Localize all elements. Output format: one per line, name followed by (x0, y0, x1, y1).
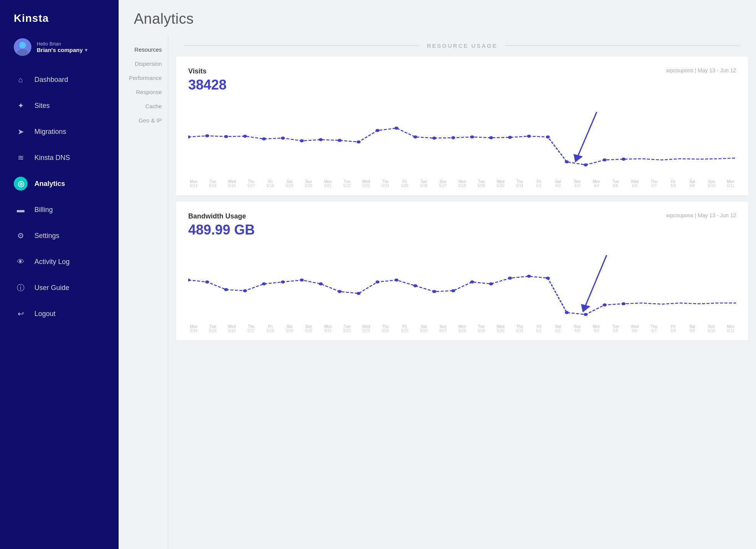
svg-point-31 (243, 289, 247, 292)
svg-point-5 (224, 135, 228, 138)
svg-point-13 (375, 129, 379, 132)
kinsta-dns-icon-wrapper: ≋ (14, 151, 28, 165)
svg-line-52 (584, 255, 607, 309)
svg-point-8 (281, 137, 285, 140)
activity-log-icon-wrapper: 👁 (14, 255, 28, 269)
sidebar-item-logout[interactable]: ↩ Logout (0, 301, 119, 327)
user-info[interactable]: Hello Brian Brian's company ▾ (0, 35, 119, 67)
svg-point-9 (300, 139, 304, 142)
svg-point-25 (603, 158, 606, 161)
label-item: Tue6/5 (610, 179, 621, 188)
chevron-down-icon: ▾ (85, 47, 87, 53)
sidebar-item-activity-log[interactable]: 👁 Activity Log (0, 249, 119, 275)
label-item: Tue5/22 (342, 324, 352, 333)
svg-point-32 (262, 282, 266, 285)
avatar (14, 38, 31, 56)
visits-chart-svg: .chart-line { fill: none; stroke: #4040c… (188, 101, 736, 177)
activity-log-icon: 👁 (17, 257, 24, 266)
dashboard-icon-wrapper: ⌂ (14, 73, 28, 86)
billing-icon-wrapper: ▬ (14, 203, 28, 217)
dashboard-icon: ⌂ (18, 75, 23, 84)
label-item: Sat6/9 (687, 324, 698, 333)
svg-point-50 (603, 303, 606, 306)
svg-point-29 (205, 280, 209, 283)
svg-point-48 (565, 311, 569, 314)
label-item: Tue5/29 (476, 324, 487, 333)
analytics-icon: ◎ (18, 179, 24, 188)
label-item: Sun6/3 (572, 179, 583, 188)
svg-point-1 (19, 42, 26, 49)
label-item: Mon5/21 (323, 179, 333, 188)
label-item: Thu5/31 (514, 179, 525, 188)
sidebar-item-sites[interactable]: ✦ Sites (0, 93, 119, 119)
label-item: Thu5/17 (246, 179, 256, 188)
sidebar-item-settings[interactable]: ⚙ Settings (0, 223, 119, 249)
label-item: Wed5/30 (495, 324, 506, 333)
user-hello: Hello Brian (37, 41, 105, 47)
sidebar-item-analytics[interactable]: ◎ Analytics (0, 171, 119, 197)
sub-nav-item-cache[interactable]: Cache (119, 99, 168, 113)
label-item: Mon5/14 (188, 324, 199, 333)
label-item: Sun6/10 (706, 179, 717, 188)
svg-point-7 (262, 137, 266, 140)
svg-point-33 (281, 280, 285, 283)
label-item: Sun6/3 (572, 324, 583, 333)
label-item: Wed5/23 (361, 324, 371, 333)
svg-point-37 (357, 292, 360, 295)
bandwidth-chart-card: Bandwidth Usage wpcoupons | May 13 - Jun… (176, 202, 748, 340)
label-item: Fri5/25 (399, 324, 410, 333)
migrations-icon: ➤ (18, 127, 24, 136)
sidebar-item-user-guide[interactable]: ⓘ User Guide (0, 275, 119, 301)
analytics-icon-wrapper: ◎ (14, 177, 28, 191)
svg-point-3 (188, 135, 190, 138)
sub-nav: Resources Dispersion Performance Respons… (119, 35, 168, 549)
settings-icon-wrapper: ⚙ (14, 229, 28, 243)
label-item: Tue6/5 (610, 324, 621, 333)
main-content: Analytics Resources Dispersion Performan… (119, 0, 756, 549)
svg-point-24 (584, 163, 588, 166)
label-item: Fri6/1 (534, 179, 544, 188)
label-item: Sun5/27 (438, 179, 448, 188)
svg-point-30 (224, 288, 228, 291)
sub-nav-item-resources[interactable]: Resources (119, 42, 168, 57)
page-title: Analytics (134, 11, 741, 27)
user-company[interactable]: Brian's company ▾ (37, 47, 105, 53)
label-item: Wed5/16 (226, 324, 237, 333)
label-item: Fri5/18 (265, 324, 276, 333)
content-area: Resources Dispersion Performance Respons… (119, 35, 756, 549)
resource-usage-label: RESOURCE USAGE (419, 42, 505, 49)
sidebar-item-billing[interactable]: ▬ Billing (0, 197, 119, 223)
sub-nav-item-performance[interactable]: Performance (119, 71, 168, 85)
svg-point-45 (508, 277, 512, 280)
label-item: Fri6/1 (534, 324, 544, 333)
visits-chart-container: .chart-line { fill: none; stroke: #4040c… (188, 101, 736, 177)
label-item: Fri6/8 (668, 324, 679, 333)
svg-point-44 (489, 282, 493, 285)
svg-point-46 (527, 275, 531, 278)
charts-area: RESOURCE USAGE Visits wpcoupons | May 13… (168, 35, 756, 549)
bandwidth-chart-meta: wpcoupons | May 13 - Jun 12 (666, 212, 736, 218)
sidebar-item-dashboard[interactable]: ⌂ Dashboard (0, 67, 119, 93)
svg-point-26 (622, 158, 626, 161)
resource-usage-header: RESOURCE USAGE (168, 35, 756, 53)
sub-nav-item-response[interactable]: Response (119, 85, 168, 99)
label-item: Tue5/15 (207, 324, 218, 333)
label-item: Tue5/29 (476, 179, 487, 188)
sub-nav-item-geo-ip[interactable]: Geo & IP (119, 113, 168, 127)
svg-point-23 (565, 160, 569, 163)
svg-point-12 (357, 140, 360, 143)
svg-line-27 (577, 112, 596, 159)
label-item: Fri5/18 (265, 179, 276, 188)
bandwidth-chart-title: Bandwidth Usage (188, 212, 246, 220)
label-item: Wed5/30 (495, 179, 506, 188)
label-item: Mon6/11 (725, 324, 736, 333)
label-item: Sun6/10 (706, 324, 717, 333)
svg-point-18 (470, 135, 474, 138)
sidebar-item-kinsta-dns[interactable]: ≋ Kinsta DNS (0, 145, 119, 171)
svg-point-22 (546, 135, 550, 138)
sub-nav-item-dispersion[interactable]: Dispersion (119, 57, 168, 71)
sidebar-item-migrations[interactable]: ➤ Migrations (0, 119, 119, 145)
logo: Kinsta (0, 0, 119, 35)
label-item: Mon5/28 (457, 324, 468, 333)
svg-point-47 (546, 277, 550, 280)
